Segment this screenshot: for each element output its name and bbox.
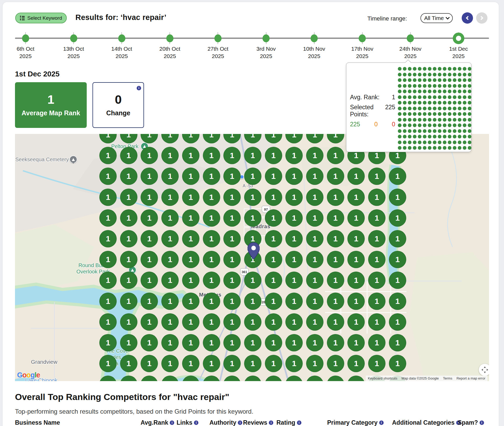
column-header-rating[interactable]: Ratingi xyxy=(276,419,301,426)
rank-grid-point[interactable]: 1 xyxy=(244,272,261,289)
column-info-icon[interactable]: i xyxy=(297,420,301,425)
rank-grid-point[interactable]: 1 xyxy=(99,209,117,227)
attribution-link[interactable]: Keyboard shortcuts xyxy=(366,376,399,381)
rank-grid-point[interactable]: 1 xyxy=(265,355,282,372)
rank-grid-point[interactable]: 1 xyxy=(182,209,199,227)
rank-grid-point[interactable]: 1 xyxy=(244,334,261,351)
rank-grid-point[interactable]: 1 xyxy=(182,230,199,247)
rank-grid-point[interactable]: 1 xyxy=(203,313,220,331)
rank-grid-point[interactable]: 1 xyxy=(99,334,117,351)
rank-grid-point[interactable]: 1 xyxy=(161,209,179,227)
rank-grid-point[interactable]: 1 xyxy=(327,293,344,310)
rank-grid-point[interactable]: 1 xyxy=(161,293,179,310)
rank-grid-point[interactable]: 1 xyxy=(265,147,282,164)
rank-grid-point[interactable]: 1 xyxy=(347,209,365,227)
rank-grid-point[interactable]: 1 xyxy=(285,293,303,310)
rank-grid-point[interactable]: 1 xyxy=(120,334,137,351)
rank-grid-point[interactable]: 1 xyxy=(389,334,406,351)
map-pan-control[interactable] xyxy=(479,364,489,376)
rank-grid-point[interactable]: 1 xyxy=(389,293,406,310)
rank-grid-point[interactable]: 1 xyxy=(223,189,241,206)
column-header-authority[interactable]: Authorityi xyxy=(209,419,242,426)
rank-grid-point[interactable]: 1 xyxy=(389,272,406,289)
rank-grid-point[interactable]: 1 xyxy=(223,209,241,227)
rank-grid-point[interactable]: 1 xyxy=(347,313,365,331)
rank-grid-point[interactable]: 1 xyxy=(306,147,323,164)
rank-grid-point[interactable]: 1 xyxy=(389,251,406,268)
column-header-business-name[interactable]: Business Name xyxy=(15,419,60,426)
rank-grid-point[interactable]: 1 xyxy=(265,272,282,289)
rank-grid-point[interactable]: 1 xyxy=(120,293,137,310)
timeline-dot-selected[interactable] xyxy=(453,33,464,44)
rank-grid-point[interactable]: 1 xyxy=(265,251,282,268)
rank-grid-point[interactable]: 1 xyxy=(203,355,220,372)
rank-grid-point[interactable]: 1 xyxy=(368,209,385,227)
map-canvas[interactable]: Google Keyboard shortcutsMap data ©2025 … xyxy=(15,134,489,381)
rank-grid-point[interactable]: 1 xyxy=(306,334,323,351)
timeline-dot[interactable] xyxy=(311,34,318,42)
attribution-link[interactable]: Report a map error xyxy=(454,376,487,381)
column-header-spam-[interactable]: Spam?i xyxy=(458,419,484,426)
column-header-additional-categories[interactable]: Additional Categoriesi xyxy=(392,419,461,426)
rank-grid-point[interactable]: 1 xyxy=(244,355,261,372)
rank-grid-point[interactable]: 1 xyxy=(306,209,323,227)
timeline-dot[interactable] xyxy=(166,34,173,42)
rank-grid-point[interactable]: 1 xyxy=(244,168,261,185)
column-header-reviews[interactable]: Reviewsi xyxy=(243,419,273,426)
rank-grid-point[interactable]: 1 xyxy=(306,230,323,247)
rank-grid-point[interactable]: 1 xyxy=(120,189,137,206)
rank-grid-point[interactable]: 1 xyxy=(389,313,406,331)
rank-grid-point[interactable]: 1 xyxy=(120,230,137,247)
rank-grid-point[interactable]: 1 xyxy=(389,209,406,227)
rank-grid-point[interactable]: 1 xyxy=(182,168,199,185)
rank-grid-point[interactable]: 1 xyxy=(120,272,137,289)
rank-grid-point[interactable]: 1 xyxy=(161,147,179,164)
rank-grid-point[interactable]: 1 xyxy=(265,334,282,351)
timeline-dot[interactable] xyxy=(118,34,125,42)
column-header-avg-rank[interactable]: Avg.Ranki xyxy=(141,419,174,426)
rank-grid-point[interactable]: 1 xyxy=(182,355,199,372)
rank-grid-point[interactable]: 1 xyxy=(161,189,179,206)
rank-grid-point[interactable]: 1 xyxy=(223,251,241,268)
rank-grid-point[interactable]: 1 xyxy=(244,313,261,331)
rank-grid-point[interactable]: 1 xyxy=(265,313,282,331)
rank-grid-point[interactable]: 1 xyxy=(244,189,261,206)
rank-grid-point[interactable]: 1 xyxy=(327,334,344,351)
rank-grid-point[interactable]: 1 xyxy=(327,209,344,227)
rank-grid-point[interactable]: 1 xyxy=(99,147,117,164)
rank-grid-point[interactable]: 1 xyxy=(120,147,137,164)
column-info-icon[interactable]: i xyxy=(238,420,242,425)
timeline-dot[interactable] xyxy=(359,34,366,42)
column-header-primary-category[interactable]: Primary Categoryi xyxy=(327,419,384,426)
rank-grid-point[interactable]: 1 xyxy=(244,147,261,164)
rank-grid-point[interactable]: 1 xyxy=(389,168,406,185)
rank-grid-point[interactable]: 1 xyxy=(327,272,344,289)
rank-grid-point[interactable]: 1 xyxy=(99,251,117,268)
rank-grid-point[interactable]: 1 xyxy=(347,293,365,310)
rank-grid-point[interactable]: 1 xyxy=(203,189,220,206)
rank-grid-point[interactable]: 1 xyxy=(265,189,282,206)
google-logo[interactable]: Google xyxy=(17,371,40,379)
rank-grid-point[interactable]: 1 xyxy=(120,355,137,372)
cemetery-poi-pin[interactable] xyxy=(69,155,77,163)
rank-grid-point[interactable]: 1 xyxy=(203,293,220,310)
column-info-icon[interactable]: i xyxy=(170,420,174,425)
rank-grid-point[interactable]: 1 xyxy=(368,313,385,331)
rank-grid-point[interactable]: 1 xyxy=(182,313,199,331)
column-info-icon[interactable]: i xyxy=(379,420,384,425)
rank-grid-point[interactable]: 1 xyxy=(327,147,344,164)
rank-grid-point[interactable]: 1 xyxy=(223,313,241,331)
rank-grid-point[interactable]: 1 xyxy=(223,355,241,372)
rank-grid-point[interactable]: 1 xyxy=(99,230,117,247)
rank-grid-point[interactable]: 1 xyxy=(389,355,406,372)
rank-grid-point[interactable]: 1 xyxy=(203,168,220,185)
rank-grid-point[interactable]: 1 xyxy=(161,355,179,372)
rank-grid-point[interactable]: 1 xyxy=(265,230,282,247)
rank-grid-point[interactable]: 1 xyxy=(306,272,323,289)
rank-grid-point[interactable]: 1 xyxy=(99,313,117,331)
rank-grid-point[interactable]: 1 xyxy=(347,189,365,206)
rank-grid-point[interactable]: 1 xyxy=(203,272,220,289)
column-info-icon[interactable]: i xyxy=(269,420,273,425)
column-info-icon[interactable]: i xyxy=(480,420,484,425)
rank-grid-point[interactable]: 1 xyxy=(120,209,137,227)
